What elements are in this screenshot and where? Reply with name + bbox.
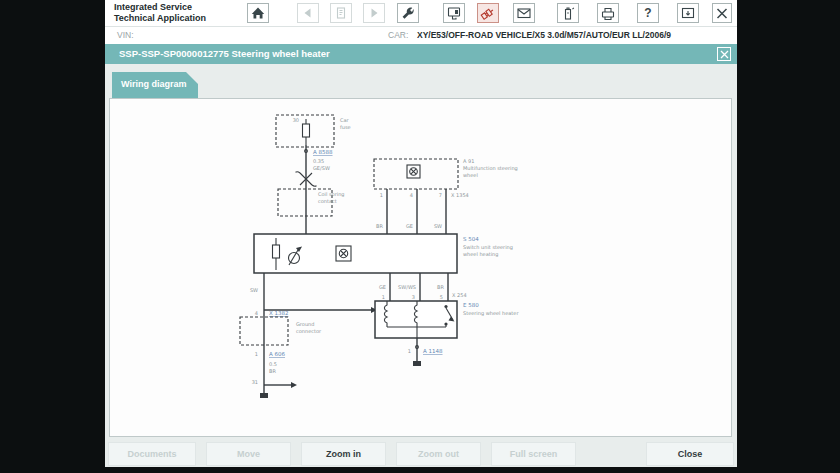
help-button[interactable]: ?	[637, 3, 659, 23]
app-window: Integrated Service Technical Application	[105, 0, 737, 467]
print-button[interactable]	[597, 3, 619, 23]
full-screen-button-label: Full screen	[510, 449, 558, 459]
label-mf-pin3: 7	[439, 192, 442, 198]
zoom-out-button[interactable]: Zoom out	[396, 442, 481, 466]
label-mid-conn: X 254	[452, 292, 467, 298]
zoom-in-button[interactable]: Zoom in	[301, 442, 386, 466]
label-ground-spec1: 0.5	[269, 361, 277, 367]
label-mf-w3: SW	[434, 223, 442, 229]
label-mf-id: A 91	[463, 158, 474, 164]
label-mf-1: Multifunction steering	[463, 165, 518, 172]
label-mid-w3: BR	[437, 284, 444, 290]
label-ground-pin-bot: 1	[255, 351, 258, 357]
vin-label: VIN:	[117, 30, 134, 40]
label-connector-x1382[interactable]: X 1382	[269, 310, 289, 316]
switch-unit-box	[254, 234, 457, 273]
messages-button[interactable]	[513, 3, 535, 23]
close-icon	[715, 7, 729, 20]
zoom-out-button-label: Zoom out	[418, 449, 459, 459]
label-mf-pin1: 1	[380, 192, 383, 198]
label-mf-pin2: 4	[410, 192, 413, 198]
tab-label: Wiring diagram	[121, 79, 186, 89]
label-mid-w1: GE	[379, 284, 386, 290]
vehicle-info-bar: VIN: CAR: XY/E53/OFF-ROAD VEHICLE/X5 3.0…	[105, 27, 737, 44]
dialog-close-button[interactable]	[717, 47, 731, 61]
home-button[interactable]	[247, 3, 269, 23]
mail-icon	[516, 6, 532, 20]
label-fuse-2: fuse	[340, 124, 351, 130]
documents-button[interactable]: Documents	[108, 442, 196, 466]
label-mf-2: wheel	[463, 172, 478, 178]
app-title-line1: Integrated Service	[114, 2, 206, 13]
dialog-title-bar: SSP-SSP-SP0000012775 Steering wheel heat…	[105, 44, 737, 64]
battery-icon	[560, 6, 576, 21]
label-heater-id[interactable]: E 580	[463, 302, 479, 308]
app-title: Integrated Service Technical Application	[114, 2, 206, 24]
label-connector-a606[interactable]: A 606	[269, 351, 286, 357]
help-icon: ?	[644, 7, 651, 19]
back-icon	[300, 6, 316, 20]
wiring-diagram-svg: 30 Car fuse A 8588 0.35 GE/SW Coil sprin…	[110, 99, 731, 436]
label-ground-spec2: BR	[269, 368, 276, 374]
label-coilspring-1: Coil spring	[318, 191, 344, 198]
zoom-in-button-label: Zoom in	[326, 449, 361, 459]
settings-button[interactable]	[397, 3, 419, 23]
dialog-close-icon	[720, 45, 729, 63]
ground-terminal	[260, 393, 268, 398]
app-close-button[interactable]	[712, 3, 732, 23]
label-coilspring-2: contact	[318, 198, 337, 204]
label-fuse-pin: 30	[293, 117, 299, 123]
forward-button[interactable]	[363, 3, 385, 23]
car-value: XY/E53/OFF-ROAD VEHICLE/X5 3.0d/M57/AUTO…	[417, 30, 671, 40]
full-screen-button[interactable]: Full screen	[491, 442, 576, 466]
app-title-line2: Technical Application	[114, 13, 206, 24]
move-button[interactable]: Move	[206, 442, 291, 466]
connector-icon	[480, 6, 496, 21]
device-icon	[446, 6, 462, 21]
documents-button-label: Documents	[127, 449, 176, 459]
label-connector-a8588[interactable]: A 8588	[313, 149, 333, 155]
history-icon	[333, 6, 349, 20]
connection-button[interactable]	[477, 3, 499, 23]
home-icon	[250, 6, 266, 20]
label-mf-w1: BR	[376, 223, 383, 229]
fuse-symbol	[303, 119, 310, 145]
back-button[interactable]	[297, 3, 319, 23]
move-button-label: Move	[237, 449, 260, 459]
label-wire-spec1: 0.35	[313, 158, 324, 164]
label-switchunit-id[interactable]: S 504	[463, 236, 479, 242]
tab-wiring-diagram[interactable]: Wiring diagram	[112, 72, 198, 98]
label-heater-pin2: 3	[412, 294, 415, 300]
battery-button[interactable]	[557, 3, 579, 23]
presentation-button[interactable]	[677, 3, 699, 23]
wrench-icon	[400, 6, 416, 20]
label-groundbox-2: connector	[296, 328, 322, 334]
label-mid-w2: SW/WS	[398, 284, 416, 290]
steering-wheel-icon	[407, 165, 420, 178]
car-label: CAR:	[388, 30, 408, 40]
label-leftleg-color: SW	[250, 287, 258, 293]
label-wire-spec2: GE/SW	[313, 165, 330, 171]
label-switchunit-2: wheel heating	[463, 251, 498, 258]
ground-arrow	[291, 382, 297, 388]
label-heater-name: Steering wheel heater	[463, 310, 519, 317]
label-heaterexit-pin: 1	[408, 348, 411, 354]
wiring-diagram-panel: 30 Car fuse A 8588 0.35 GE/SW Coil sprin…	[109, 98, 732, 437]
label-heater-pin1: 1	[382, 294, 385, 300]
label-connector-a1148[interactable]: A 1148	[423, 348, 443, 354]
label-mf-w2: GE	[406, 223, 413, 229]
presentation-icon	[680, 6, 696, 20]
label-ground-pin-top: 4	[255, 310, 258, 316]
label-terminal-31: 31	[252, 379, 258, 385]
label-mf-conn: X 1354	[451, 192, 469, 198]
toolbar: Integrated Service Technical Application	[105, 0, 737, 27]
label-heater-pin3: 5	[440, 294, 443, 300]
heater-ground-terminal	[413, 361, 421, 366]
dialog-title: SSP-SSP-SP0000012775 Steering wheel heat…	[119, 48, 330, 59]
close-button-label: Close	[678, 449, 703, 459]
printer-icon	[600, 6, 616, 21]
vehicle-interface-button[interactable]	[443, 3, 465, 23]
close-button[interactable]: Close	[646, 442, 734, 466]
history-button[interactable]	[330, 3, 352, 23]
forward-icon	[366, 6, 382, 20]
